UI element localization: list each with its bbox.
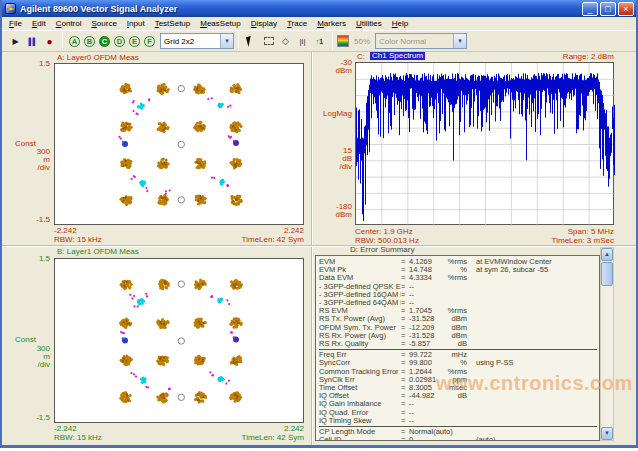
metric-label: IQ Gain Imbalance: [319, 400, 401, 408]
error-summary-row: EVM=4.1269%rmsat EVMWindow Center: [319, 258, 597, 266]
scroll-down-icon[interactable]: ▼: [601, 427, 613, 440]
menu-item-display[interactable]: Display: [246, 18, 282, 29]
grid-layout-select[interactable]: Grid 2x2 ▼: [160, 33, 234, 49]
watermark: www.cntronics.com: [436, 372, 633, 395]
app-icon: [5, 3, 16, 14]
panel-a-plot[interactable]: [54, 63, 304, 225]
panel-c-scale-div: /div: [322, 163, 352, 171]
panel-c-rbw: RBW: 500.013 Hz: [355, 237, 419, 245]
trace-button-b[interactable]: B: [82, 34, 97, 49]
constellation-b: [55, 259, 305, 424]
panel-a-title: A: Layer0 OFDM Meas: [57, 54, 139, 62]
panel-b-title: B: Layer1 OFDM Meas: [57, 248, 139, 256]
metric-label: EVM Pk: [319, 266, 401, 274]
toolbar: ▶ ▌▌ ● ABCDEF Grid 2x2 ▼ ◇ |i| ↑1 50% Co…: [2, 30, 636, 52]
metric-label: Common Tracking Error: [319, 368, 401, 376]
panel-a-x-left: -2.242: [54, 227, 77, 235]
metric-label: IQ Timing Skew: [319, 417, 401, 425]
minimize-button[interactable]: _: [582, 2, 598, 16]
menu-item-file[interactable]: File: [4, 18, 27, 29]
menu-item-meassetup[interactable]: MeasSetup: [195, 18, 245, 29]
panel-c-y-bottom-unit: dBm: [322, 211, 352, 219]
pointer-tool-button[interactable]: [243, 33, 260, 50]
equals-sign: =: [401, 417, 409, 425]
marker-tool-button[interactable]: ◇: [277, 33, 294, 50]
metric-unit: [453, 428, 479, 436]
panel-c-title-prefix: C:: [357, 53, 365, 61]
error-summary-row: RS Rx. Quality=-5.857dB: [319, 340, 597, 348]
trace-letter-icon: B: [84, 36, 95, 47]
pause-button[interactable]: ▌▌: [24, 33, 41, 50]
trace-button-c[interactable]: C: [97, 34, 112, 49]
chevron-down-icon[interactable]: ▼: [453, 34, 466, 48]
trace-button-e[interactable]: E: [127, 34, 142, 49]
menu-item-input[interactable]: Input: [122, 18, 150, 29]
chevron-down-icon[interactable]: ▼: [220, 34, 233, 48]
menu-item-help[interactable]: Help: [387, 18, 413, 29]
offset-marker-tool-button[interactable]: ↑1: [311, 33, 328, 50]
metric-unit: %rms: [441, 274, 467, 282]
metric-label: RS EVM: [319, 307, 401, 315]
metric-extra: using P-SS: [476, 359, 514, 367]
record-icon: ●: [46, 36, 52, 47]
zoom-box-tool-button[interactable]: [260, 33, 277, 50]
panel-c-title[interactable]: Ch1 Spectrum: [370, 52, 425, 60]
menu-item-control[interactable]: Control: [51, 18, 87, 29]
menu-item-testsetup[interactable]: TestSetup: [150, 18, 196, 29]
metric-label: - 3GPP-defined 64QAM EVM: [319, 299, 401, 307]
metric-value: --: [409, 417, 441, 425]
close-button[interactable]: ×: [618, 2, 634, 16]
metric-label: Time Offset: [319, 384, 401, 392]
panel-c-span: Span: 5 MHz: [502, 228, 614, 236]
menu-item-edit[interactable]: Edit: [27, 18, 51, 29]
error-summary-row: IQ Quad. Error=--: [319, 409, 597, 417]
panel-c-plot[interactable]: [355, 62, 614, 225]
trace-button-a[interactable]: A: [67, 34, 82, 49]
band-markers-icon: |i|: [300, 37, 306, 46]
error-summary-row: - 3GPP-defined QPSK EVM=--: [319, 283, 597, 291]
menu-item-utilities[interactable]: Utilities: [351, 18, 387, 29]
equals-sign: =: [401, 436, 409, 441]
metric-label: Data EVM: [319, 274, 401, 282]
maximize-button[interactable]: □: [600, 2, 616, 16]
trace-button-d[interactable]: D: [112, 34, 127, 49]
offset-marker-icon: ↑1: [316, 38, 323, 45]
metric-label: SynClk Err: [319, 376, 401, 384]
menu-item-source[interactable]: Source: [87, 18, 122, 29]
play-button[interactable]: ▶: [7, 33, 24, 50]
panel-a-y-label: Const: [15, 140, 36, 148]
panel-b-scale-div: /div: [22, 361, 50, 369]
record-button[interactable]: ●: [41, 33, 58, 50]
metric-label: Freq Err: [319, 351, 401, 359]
trace-button-f[interactable]: F: [142, 34, 157, 49]
metric-extra: at sym 26, subcar -55: [476, 266, 548, 274]
panel-b-rbw: RBW: 15 kHz: [54, 434, 102, 442]
metric-value: -5.857: [409, 340, 441, 348]
trace-letter-icon: C: [99, 36, 110, 47]
color-mode-select[interactable]: Color Normal ▼: [375, 33, 467, 49]
metric-unit: [441, 409, 467, 417]
menu-item-markers[interactable]: Markers: [312, 18, 351, 29]
panel-b-x-right: 2.242: [242, 425, 304, 433]
metric-unit: [441, 400, 467, 408]
metric-unit: [441, 417, 467, 425]
band-marker-tool-button[interactable]: |i|: [294, 33, 311, 50]
error-summary-row: IQ Gain Imbalance=--: [319, 400, 597, 408]
panel-c-y-label: LogMag: [314, 110, 352, 118]
panel-a-scale-div: /div: [22, 164, 50, 172]
metric-label: OFDM Sym. Tx. Power: [319, 324, 401, 332]
menu-item-trace[interactable]: Trace: [282, 18, 312, 29]
panel-b-plot[interactable]: [54, 258, 304, 423]
metric-unit: dB: [441, 340, 467, 348]
panel-d-scrollbar[interactable]: ▲ ▼: [600, 247, 614, 441]
pause-icon: ▌▌: [29, 38, 37, 45]
title-bar[interactable]: Agilent 89600 Vector Signal Analyzer _ □…: [2, 0, 636, 17]
scrollbar-thumb[interactable]: [601, 262, 613, 286]
metric-unit: [441, 436, 467, 441]
scrollbar-track[interactable]: [601, 286, 613, 427]
color-mode-value: Color Normal: [379, 37, 426, 46]
play-icon: ▶: [12, 37, 18, 46]
toolbar-separator: [238, 32, 239, 50]
scroll-up-icon[interactable]: ▲: [601, 248, 613, 261]
metric-label: RS Rx. Quality: [319, 340, 401, 348]
